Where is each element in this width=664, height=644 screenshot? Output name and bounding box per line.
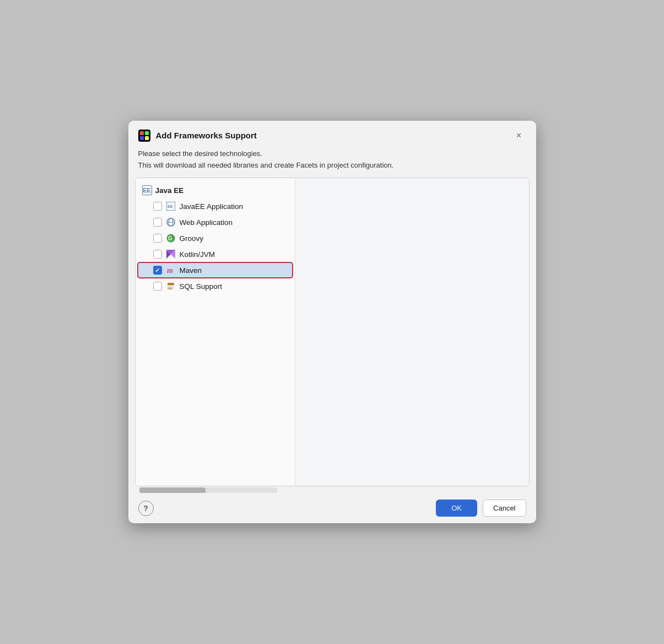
svg-rect-4 <box>145 136 149 140</box>
svg-rect-1 <box>140 131 144 135</box>
checkbox-javaee-app[interactable] <box>153 202 162 211</box>
description-line1: Please select the desired technologies. <box>138 148 526 160</box>
groovy-label: Groovy <box>180 234 204 243</box>
sql-icon: SQL <box>166 281 176 291</box>
title-bar: Add Frameworks Support × <box>128 121 536 148</box>
help-button[interactable]: ? <box>138 501 154 516</box>
checkbox-kotlin[interactable] <box>153 250 162 259</box>
add-frameworks-dialog: Add Frameworks Support × Please select t… <box>128 121 536 524</box>
svg-text:SQL: SQL <box>168 287 172 290</box>
list-item-groovy[interactable]: G Groovy <box>138 230 293 246</box>
framework-list[interactable]: EE Java EE EE JavaEE Application <box>136 178 295 486</box>
web-app-icon <box>166 217 176 227</box>
ok-button[interactable]: OK <box>436 500 477 517</box>
app-icon <box>138 130 150 142</box>
maven-icon: m <box>166 265 176 275</box>
footer-buttons: OK Cancel <box>436 500 526 517</box>
svg-rect-17 <box>168 283 174 285</box>
content-area: EE Java EE EE JavaEE Application <box>135 178 530 486</box>
title-bar-left: Add Frameworks Support <box>138 130 257 142</box>
description-area: Please select the desired technologies. … <box>128 148 536 178</box>
svg-text:m: m <box>167 266 173 275</box>
dialog-title: Add Frameworks Support <box>156 131 257 140</box>
kotlin-label: Kotlin/JVM <box>180 250 215 259</box>
scroll-thumb[interactable] <box>139 487 206 493</box>
config-panel <box>295 178 529 486</box>
checkbox-sql[interactable] <box>153 282 162 291</box>
checkbox-web-app[interactable] <box>153 218 162 227</box>
svg-rect-2 <box>145 131 149 135</box>
sql-label: SQL Support <box>180 282 223 291</box>
kotlin-icon <box>166 249 176 259</box>
list-item-javaee-app[interactable]: EE JavaEE Application <box>138 198 293 214</box>
category-java-ee: EE Java EE <box>136 183 295 198</box>
svg-rect-3 <box>140 136 144 140</box>
web-app-label: Web Application <box>180 218 233 227</box>
javaee-app-label: JavaEE Application <box>180 202 244 211</box>
cancel-button[interactable]: Cancel <box>483 500 526 517</box>
java-ee-label: Java EE <box>155 186 184 195</box>
svg-text:EE: EE <box>168 205 173 208</box>
javaee-app-icon: EE <box>166 201 176 211</box>
footer: ? OK Cancel <box>128 493 536 523</box>
groovy-icon: G <box>166 233 176 243</box>
list-item-kotlin[interactable]: Kotlin/JVM <box>138 246 293 262</box>
list-item-sql[interactable]: SQL SQL Support <box>138 278 293 294</box>
list-item-web-app[interactable]: Web Application <box>138 214 293 230</box>
close-button[interactable]: × <box>512 128 526 143</box>
description-line2: This will download all needed libraries … <box>138 160 526 171</box>
checkbox-maven[interactable] <box>153 266 162 275</box>
list-item-maven[interactable]: m Maven <box>138 262 293 278</box>
svg-text:G: G <box>168 235 172 242</box>
checkbox-groovy[interactable] <box>153 234 162 243</box>
horizontal-scrollbar[interactable] <box>139 487 277 493</box>
maven-label: Maven <box>180 266 202 275</box>
java-ee-icon: EE <box>142 185 152 195</box>
